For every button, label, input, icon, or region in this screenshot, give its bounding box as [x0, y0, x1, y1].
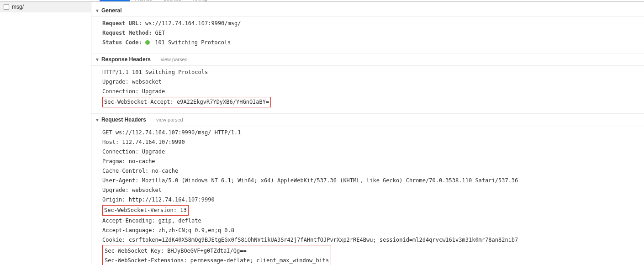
section-title: Request Headers	[101, 117, 146, 123]
headers-panel: ▼ General Request URL: ws://112.74.164.1…	[91, 2, 644, 265]
sidebar: msg/	[0, 0, 91, 265]
section-general-header[interactable]: ▼ General	[91, 5, 644, 17]
header-line: Pragma: no-cache	[102, 157, 640, 166]
view-parsed-link[interactable]: view parsed	[156, 117, 183, 122]
sec-websocket-version-box: Sec-WebSocket-Version: 13	[102, 205, 189, 216]
request-method-label: Request Method:	[102, 30, 152, 36]
triangle-down-icon: ▼	[95, 8, 100, 13]
section-response-body: HTTP/1.1 101 Switching Protocols Upgrade…	[91, 66, 644, 113]
header-line: Connection: Upgrade	[102, 147, 640, 157]
request-url-row: Request URL: ws://112.74.164.107:9990/ms…	[102, 19, 640, 28]
file-icon	[4, 4, 9, 10]
status-code-label: Status Code:	[102, 39, 142, 46]
header-line: Cookie: csrftoken=1ZdK40XS8mQg9BJEtgEGx0…	[102, 235, 640, 245]
section-request-header[interactable]: ▼ Request Headers view parsed	[91, 114, 644, 126]
request-method-value: GET	[155, 30, 165, 36]
status-code-row: Status Code: 101 Switching Protocols	[102, 38, 640, 48]
section-title: General	[101, 7, 122, 14]
tab-frames[interactable]: Frames	[130, 0, 158, 1]
sec-websocket-ext-line: Sec-WebSocket-Extensions: permessage-def…	[105, 256, 329, 265]
header-line: Upgrade: websocket	[102, 186, 640, 195]
header-line: Accept-Encoding: gzip, deflate	[102, 216, 640, 226]
header-line: User-Agent: Mozilla/5.0 (Windows NT 6.1;…	[102, 176, 640, 186]
section-request-body: GET ws://112.74.164.107:9990/msg/ HTTP/1…	[91, 126, 644, 265]
triangle-down-icon: ▼	[95, 57, 100, 62]
header-line: Cache-Control: no-cache	[102, 166, 640, 176]
header-line: Connection: Upgrade	[102, 87, 640, 96]
header-line: Upgrade: websocket	[102, 77, 640, 87]
tab-cookies[interactable]: Cookies	[158, 0, 187, 1]
header-line: GET ws://112.74.164.107:9990/msg/ HTTP/1…	[102, 128, 640, 138]
status-code-value: 101 Switching Protocols	[155, 39, 231, 46]
sec-websocket-accept-box: Sec-WebSocket-Accept: e9A22EkgvR7YDyXB6/…	[102, 97, 271, 107]
sec-websocket-key-line: Sec-WebSocket-Key: BHJyBOeGVF+g0TZdtaI/Q…	[105, 246, 329, 256]
sidebar-item-msg[interactable]: msg/	[0, 2, 91, 12]
triangle-down-icon: ▼	[95, 117, 100, 122]
tab-timing[interactable]: Timing	[187, 0, 213, 1]
view-parsed-link[interactable]: view parsed	[161, 57, 188, 62]
request-url-label: Request URL:	[102, 20, 142, 26]
status-dot-icon	[145, 40, 150, 45]
tab-headers[interactable]: Headers	[100, 0, 130, 1]
request-url-value: ws://112.74.164.107:9990/msg/	[145, 20, 241, 26]
request-method-row: Request Method: GET	[102, 28, 640, 38]
header-line: Host: 112.74.164.107:9990	[102, 138, 640, 147]
section-title: Response Headers	[101, 56, 151, 63]
section-general-body: Request URL: ws://112.74.164.107:9990/ms…	[91, 17, 644, 53]
section-response-header[interactable]: ▼ Response Headers view parsed	[91, 53, 644, 66]
main-panel: Headers Frames Cookies Timing ▼ General …	[91, 0, 644, 265]
header-line: Accept-Language: zh,zh-CN;q=0.9,en;q=0.8	[102, 226, 640, 235]
sec-websocket-key-ext-box: Sec-WebSocket-Key: BHJyBOeGVF+g0TZdtaI/Q…	[102, 245, 331, 265]
sidebar-item-label: msg/	[12, 4, 24, 10]
header-line: Origin: http://112.74.164.107:9990	[102, 195, 640, 205]
header-line: HTTP/1.1 101 Switching Protocols	[102, 68, 640, 77]
